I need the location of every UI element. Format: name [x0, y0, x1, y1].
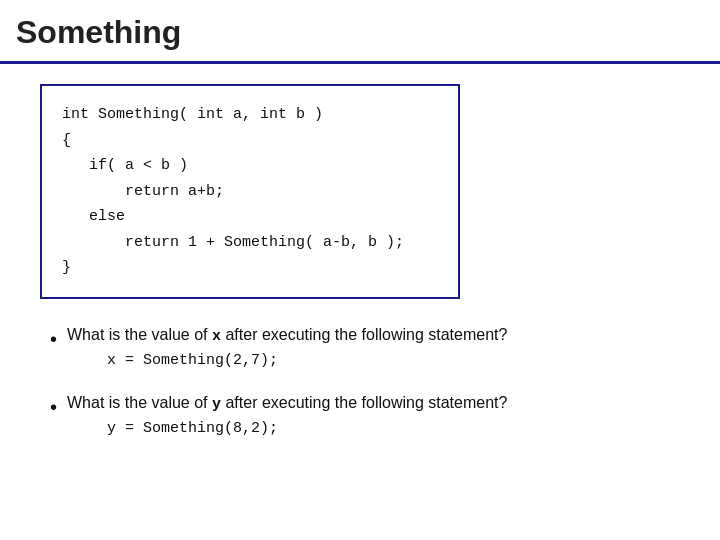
bullet-item-2: • What is the value of y after executing…: [50, 391, 680, 441]
page-title: Something: [16, 14, 181, 50]
variable-y: y: [212, 396, 221, 413]
code-text: int Something( int a, int b ) { if( a < …: [62, 102, 438, 281]
code-block: int Something( int a, int b ) { if( a < …: [40, 84, 460, 299]
bullet-section: • What is the value of x after executing…: [40, 323, 680, 441]
variable-x: x: [212, 328, 221, 345]
code-line-y: y = Something(8,2);: [107, 418, 680, 441]
bullet-dot-1: •: [50, 324, 57, 354]
bullet-dot-2: •: [50, 392, 57, 422]
bullet-text-2: What is the value of y after executing t…: [67, 391, 680, 441]
page-header: Something: [0, 0, 720, 64]
main-content: int Something( int a, int b ) { if( a < …: [0, 64, 720, 479]
bullet-item-1: • What is the value of x after executing…: [50, 323, 680, 373]
bullet-text-1: What is the value of x after executing t…: [67, 323, 680, 373]
code-line-x: x = Something(2,7);: [107, 350, 680, 373]
